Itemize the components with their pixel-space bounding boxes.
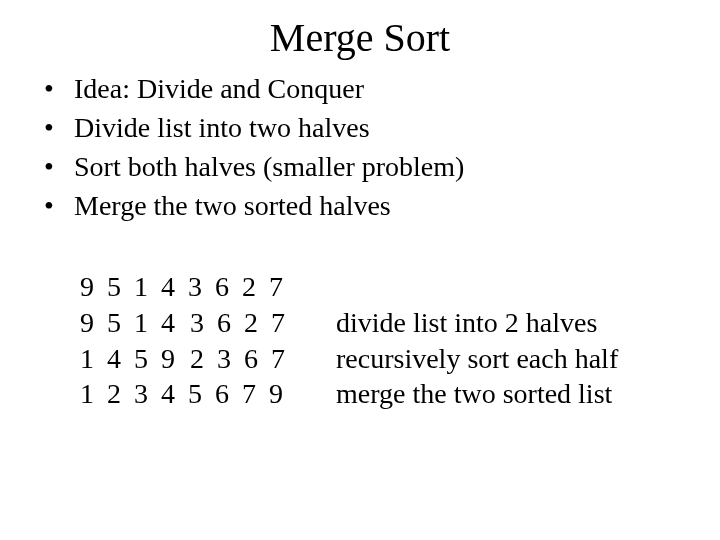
bullet-item: Sort both halves (smaller problem) — [44, 149, 720, 184]
example-row-merge: 1 2 3 4 5 6 7 9 merge the two sorted lis… — [80, 376, 720, 412]
slide-title: Merge Sort — [0, 0, 720, 71]
example-numbers: 1 2 3 4 5 6 7 9 — [80, 376, 320, 412]
example-row-initial: 9 5 1 4 3 6 2 7 — [80, 269, 720, 305]
slide: Merge Sort Idea: Divide and Conquer Divi… — [0, 0, 720, 540]
bullet-item: Idea: Divide and Conquer — [44, 71, 720, 106]
bullet-item: Merge the two sorted halves — [44, 188, 720, 223]
example-numbers-left: 9 5 1 4 — [80, 305, 190, 341]
example-numbers: 9 5 1 4 3 6 2 7 — [80, 269, 286, 305]
example-caption: merge the two sorted list — [336, 376, 612, 412]
example-numbers-right: 2 3 6 7 — [190, 341, 320, 377]
example-numbers-left: 1 4 5 9 — [80, 341, 190, 377]
example-row-divide: 9 5 1 4 3 6 2 7 divide list into 2 halve… — [80, 305, 720, 341]
bullet-item: Divide list into two halves — [44, 110, 720, 145]
example-row-sort: 1 4 5 9 2 3 6 7 recursively sort each ha… — [80, 341, 720, 377]
example-block: 9 5 1 4 3 6 2 7 9 5 1 4 3 6 2 7 divide l… — [80, 269, 720, 412]
bullet-list: Idea: Divide and Conquer Divide list int… — [44, 71, 720, 223]
example-caption: recursively sort each half — [336, 341, 618, 377]
example-numbers-right: 3 6 2 7 — [190, 305, 320, 341]
example-caption: divide list into 2 halves — [336, 305, 597, 341]
